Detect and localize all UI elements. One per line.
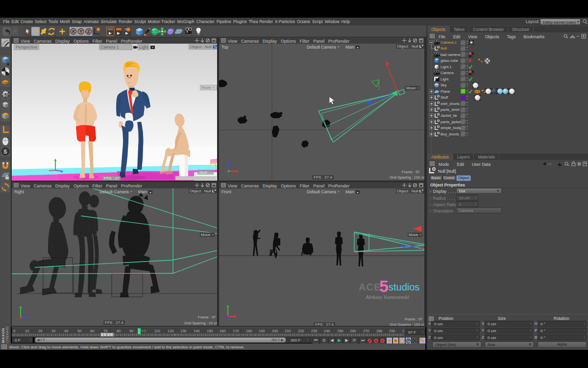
svg-text:S: S (4, 149, 7, 155)
svg-text:ACE: ACE (359, 282, 381, 292)
svg-text:Aleksey Voznesenski: Aleksey Voznesenski (365, 294, 409, 300)
svg-text:X: X (72, 29, 75, 34)
svg-text:5: 5 (379, 277, 389, 295)
svg-text:Y: Y (79, 29, 82, 34)
svg-text:Stuff: Stuff (199, 170, 207, 175)
svg-text:P: P (407, 339, 410, 343)
svg-text:Z: Z (87, 29, 90, 34)
svg-text:studios: studios (389, 282, 419, 292)
